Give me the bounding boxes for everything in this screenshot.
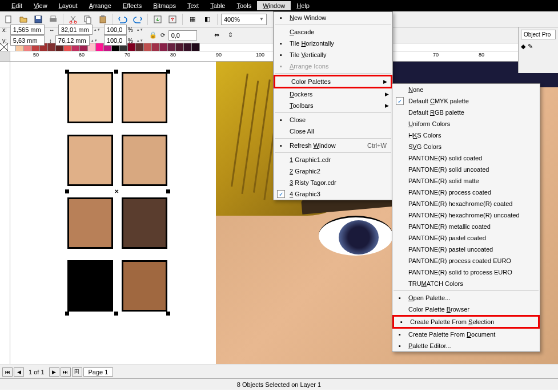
menu-item[interactable]: PANTONE(R) hexachrome(R) uncoated	[392, 209, 540, 221]
menu-table[interactable]: Table	[204, 1, 231, 10]
menu-text[interactable]: Text	[182, 1, 204, 10]
menu-item[interactable]: PANTONE(R) metallic coated	[392, 221, 540, 232]
palette-swatch[interactable]	[184, 43, 192, 51]
spin-icon[interactable]: ▲▼	[137, 39, 142, 43]
welcome-icon[interactable]: ◧	[201, 13, 214, 26]
menu-item[interactable]: PANTONE(R) pastel coated	[392, 232, 540, 244]
zoom-level[interactable]: 400%▼	[221, 14, 267, 25]
menu-view[interactable]: View	[28, 1, 53, 10]
menu-item[interactable]: Toolbars▶	[274, 100, 392, 111]
width-field[interactable]: 32,01 mm	[58, 25, 93, 35]
object-properties-tab[interactable]: Object Pro	[521, 30, 556, 39]
scale-x-field[interactable]: 100,0	[104, 25, 127, 35]
palette-swatch[interactable]	[176, 43, 184, 51]
prev-page-icon[interactable]: ◀	[14, 367, 24, 377]
app-launcher-icon[interactable]: ▦	[186, 13, 199, 26]
menu-edit[interactable]: Edit	[6, 1, 28, 10]
menu-item[interactable]: PANTONE(R) pastel uncoated	[392, 244, 540, 255]
spin-icon[interactable]: ▲▼	[91, 39, 97, 43]
menu-item[interactable]: None	[392, 84, 540, 95]
menu-effects[interactable]: Effects	[117, 1, 147, 10]
print-icon[interactable]	[47, 13, 59, 26]
menu-item[interactable]: PANTONE(R) process coated EURO	[392, 255, 540, 266]
menu-help[interactable]: Help	[291, 1, 315, 10]
menu-item[interactable]: Close All	[274, 126, 392, 137]
menu-bitmaps[interactable]: Bitmaps	[147, 1, 182, 10]
menu-item[interactable]: HKS Colors	[392, 130, 540, 141]
export-icon[interactable]	[166, 13, 179, 26]
menu-item[interactable]: ✓4 Graphic3	[274, 188, 392, 200]
add-page-icon[interactable]: 田	[72, 367, 82, 377]
mirror-h-icon[interactable]: ⇔	[211, 29, 223, 42]
color-swatch[interactable]	[122, 135, 167, 186]
next-page-icon[interactable]: ▶	[49, 367, 59, 377]
undo-icon[interactable]	[117, 13, 129, 26]
last-page-icon[interactable]: ⏭	[61, 367, 71, 377]
menu-item[interactable]: ✓Default CMYK palette	[392, 95, 540, 107]
menu-layout[interactable]: Layout	[53, 1, 83, 10]
menu-item[interactable]: Default RGB palette	[392, 107, 540, 118]
fill-tool-icon[interactable]: ◆	[521, 43, 525, 50]
scale-y-field[interactable]: 100,0	[104, 35, 127, 46]
menu-item[interactable]: 3 Risty Tagor.cdr	[274, 177, 392, 188]
menu-item[interactable]: PANTONE(R) hexachrome(R) coated	[392, 198, 540, 209]
menu-item[interactable]: Color Palettes▶	[274, 75, 392, 88]
menu-item[interactable]: PANTONE(R) solid to process EURO	[392, 266, 540, 278]
menu-item[interactable]: PANTONE(R) solid coated	[392, 152, 540, 164]
menu-item[interactable]: PANTONE(R) solid matte	[392, 175, 540, 187]
menu-item[interactable]: 2 Graphic2	[274, 165, 392, 177]
menu-item[interactable]: ▪Tile Horizontally	[274, 38, 392, 49]
save-icon[interactable]	[32, 13, 45, 26]
color-swatch[interactable]	[67, 135, 113, 186]
menu-item[interactable]: ▪Palette Editor...	[392, 340, 540, 351]
color-swatch[interactable]	[67, 197, 113, 249]
palette-swatch[interactable]	[192, 43, 200, 51]
mirror-v-icon[interactable]: ⇕	[224, 29, 237, 42]
palette-swatch[interactable]	[152, 43, 160, 51]
spin-icon[interactable]: ▲▼	[94, 28, 99, 32]
first-page-icon[interactable]: ⏮	[2, 367, 13, 377]
page-tab[interactable]: Page 1	[83, 367, 114, 377]
palette-swatch[interactable]	[144, 43, 152, 51]
copy-icon[interactable]	[82, 13, 94, 26]
paste-icon[interactable]	[97, 13, 109, 26]
menu-item[interactable]: ▪Create Palette From Document	[392, 329, 540, 340]
menu-item[interactable]: ▪Open Palette...	[392, 292, 540, 304]
menu-tools[interactable]: Tools	[231, 1, 257, 10]
menu-item[interactable]: Uniform Colors	[392, 118, 540, 130]
new-icon[interactable]	[2, 13, 15, 26]
lock-ratio-icon[interactable]: 🔒	[147, 29, 159, 42]
color-swatch[interactable]	[122, 197, 167, 249]
open-icon[interactable]	[17, 13, 30, 26]
menu-item[interactable]: TRUMATCH Colors	[392, 278, 540, 289]
color-swatch[interactable]	[122, 72, 167, 123]
palette-swatch[interactable]	[168, 43, 176, 51]
color-swatch[interactable]	[67, 72, 113, 123]
menu-item[interactable]: Color Palette Browser	[392, 304, 540, 315]
spin-icon[interactable]: ▲▼	[137, 28, 142, 32]
import-icon[interactable]	[151, 13, 164, 26]
redo-icon[interactable]	[131, 13, 144, 26]
menu-item[interactable]: 1 Graphic1.cdr	[274, 154, 392, 165]
menu-item[interactable]: SVG Colors	[392, 141, 540, 152]
menu-item[interactable]: PANTONE(R) solid uncoated	[392, 164, 540, 175]
rotation-field[interactable]: 0,0	[168, 30, 197, 41]
no-fill-swatch[interactable]	[0, 43, 8, 51]
cut-icon[interactable]	[67, 13, 79, 26]
menu-item[interactable]: ▪Refresh WindowCtrl+W	[274, 140, 392, 151]
menu-item[interactable]: ▪Tile Vertically	[274, 49, 392, 60]
height-field[interactable]: 76,12 mm	[55, 35, 90, 46]
menu-item[interactable]: PANTONE(R) process coated	[392, 187, 540, 198]
menu-item[interactable]: ▪Close	[274, 114, 392, 126]
menu-item[interactable]: Cascade	[274, 26, 392, 38]
menu-item[interactable]: ▪New Window	[274, 12, 392, 23]
pen-tool-icon[interactable]: ✎	[528, 43, 533, 50]
y-position[interactable]: 5,63 mm	[10, 35, 45, 46]
color-swatch[interactable]	[122, 260, 167, 312]
menu-window[interactable]: Window	[257, 1, 291, 10]
menu-arrange[interactable]: Arrange	[83, 1, 117, 10]
color-swatch[interactable]	[67, 260, 113, 312]
menu-item[interactable]: ▪Create Palette From Selection	[392, 315, 540, 329]
x-position[interactable]: 1,565 mm	[10, 25, 45, 35]
palette-swatch[interactable]	[160, 43, 168, 51]
